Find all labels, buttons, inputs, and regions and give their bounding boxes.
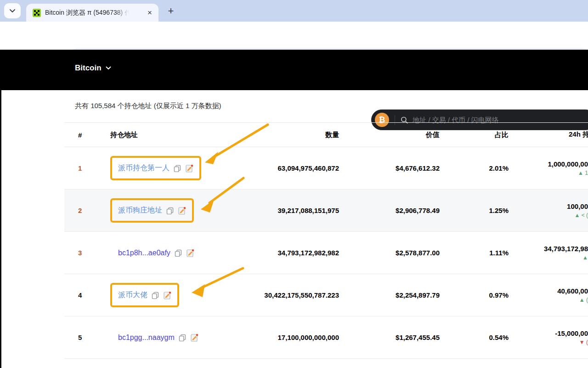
column-24h-change: 24h 持仓 [509, 122, 588, 147]
address-cell: bc1p8h...ae0afy [110, 242, 202, 264]
share-cell: 1.11% [440, 249, 509, 257]
address-link[interactable]: bc1p8h...ae0afy [118, 249, 170, 257]
share-cell: 0.97% [440, 291, 509, 299]
address-link[interactable]: 派币持仓第一人 [118, 163, 170, 173]
change-delta: ▲ 1 [509, 170, 588, 177]
annotation-box: 派币大佬 [110, 283, 179, 307]
table-row[interactable]: 3 bc1p8h...ae0afy 34,793,172,982,982 $2,… [64, 232, 588, 274]
annotation-box: 派币持仓第一人 [110, 156, 201, 180]
holders-table: # 持仓地址 数量 价值 占比 24h 持仓 1 派币持仓第一人 63,094,… [0, 122, 588, 359]
tab-close-icon[interactable]: × [146, 8, 154, 17]
amount-cell: 63,094,975,460,872 [248, 164, 339, 172]
edit-note-icon[interactable] [178, 207, 186, 215]
copy-icon[interactable] [152, 292, 159, 299]
rank-cell: 4 [64, 291, 110, 299]
table-row[interactable]: 1 派币持仓第一人 63,094,975,460,872 $4,676,612.… [64, 147, 588, 190]
browser-toolbar: web3.okx.com/zh-hans/explorer/bitcoin/to… [0, 22, 588, 50]
amount-cell: 17,100,000,000,000 [248, 334, 339, 341]
new-tab-button[interactable]: + [164, 5, 177, 17]
column-address: 持仓地址 [110, 131, 248, 139]
tab-title: Bitcoin 浏览器 π (5496738) 代 [45, 9, 131, 17]
value-cell: $2,906,778.49 [339, 207, 440, 214]
address-link[interactable]: 派币狗庄地址 [118, 206, 162, 215]
rank-cell: 2 [64, 207, 110, 214]
share-cell: 2.01% [440, 164, 509, 172]
address-cell: bc1pgg...naaygm [110, 326, 206, 349]
change-delta: ▲ [509, 254, 588, 261]
edit-note-icon[interactable] [185, 164, 193, 172]
rank-cell: 3 [64, 249, 110, 257]
copy-icon[interactable] [174, 165, 181, 172]
amount-cell: 34,793,172,982,982 [248, 249, 339, 257]
okx-favicon-icon [33, 9, 41, 17]
table-row[interactable]: 4 派币大佬 30,422,175,550,787.223 $2,254,897… [64, 274, 588, 316]
browser-window: Bitcoin 浏览器 π (5496738) 代 × + web3.okx.c… [0, 0, 588, 368]
column-amount: 数量 [248, 131, 339, 139]
copy-icon[interactable] [166, 207, 174, 214]
tab-strip: Bitcoin 浏览器 π (5496738) 代 × + [0, 0, 588, 22]
change-cell: -15,000,00 ▼ ( [509, 329, 588, 346]
change-delta: ▼ ( [509, 339, 588, 346]
change-delta: ▲ < ( [509, 212, 588, 219]
change-cell: 40,600,00 ▲ ( [509, 287, 588, 304]
chevron-down-icon [106, 66, 111, 70]
column-share: 占比 [440, 131, 509, 139]
rank-cell: 1 [64, 164, 110, 172]
address-link[interactable]: 派币大佬 [118, 290, 147, 300]
rank-cell: 5 [64, 334, 110, 341]
amount-cell: 39,217,088,151,975 [248, 207, 339, 214]
copy-icon[interactable] [175, 249, 182, 257]
network-name: Bitcoin [75, 63, 102, 73]
tab-search-button[interactable] [4, 3, 21, 18]
value-cell: $4,676,612.32 [339, 164, 440, 172]
table-row[interactable]: 2 派币狗庄地址 39,217,088,151,975 $2,906,778.4… [64, 190, 588, 232]
edit-note-icon[interactable] [190, 334, 198, 342]
column-rank: # [64, 131, 110, 139]
holders-summary: 共有 105,584 个持仓地址 (仅展示近 1 万条数据) [75, 102, 221, 110]
table-header-row: # 持仓地址 数量 价值 占比 24h 持仓 [64, 122, 588, 147]
change-cell: 100,00 ▲ < ( [509, 202, 588, 219]
network-selector[interactable]: Bitcoin [75, 63, 111, 73]
change-delta: ▲ ( [509, 297, 588, 304]
share-cell: 1.25% [440, 207, 509, 214]
edit-note-icon[interactable] [163, 291, 171, 299]
table-row[interactable]: 5 bc1pgg...naaygm 17,100,000,000,000 $1,… [64, 316, 588, 359]
change-cell: 1,000,000,00 ▲ 1 [509, 160, 588, 177]
value-cell: $2,254,897.79 [339, 291, 440, 299]
browser-tab[interactable]: Bitcoin 浏览器 π (5496738) 代 × [26, 4, 158, 22]
value-cell: $2,578,877.00 [339, 249, 440, 257]
value-cell: $1,267,455.45 [339, 334, 440, 341]
annotation-box: 派币狗庄地址 [110, 198, 194, 223]
change-cell: 34,793,172,98 ▲ [509, 244, 588, 261]
column-value: 价值 [339, 131, 440, 139]
site-header: Bitcoin ₿ [0, 50, 588, 90]
amount-cell: 30,422,175,550,787.223 [248, 291, 339, 299]
address-link[interactable]: bc1pgg...naaygm [118, 334, 175, 342]
copy-icon[interactable] [179, 334, 186, 341]
edit-note-icon[interactable] [186, 249, 194, 257]
share-cell: 0.54% [440, 334, 509, 341]
chevron-down-icon [9, 9, 16, 13]
